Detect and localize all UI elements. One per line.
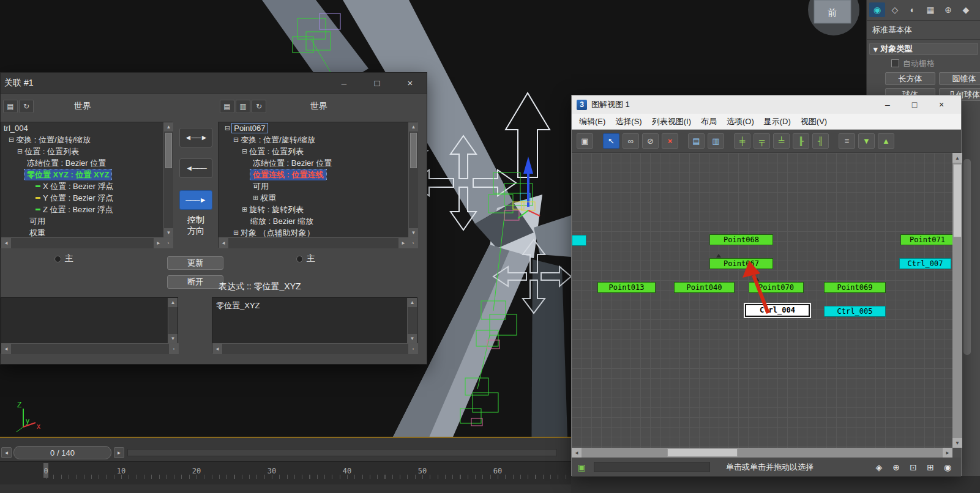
left-wire-button[interactable]: ◄─── xyxy=(179,158,212,178)
refresh-icon[interactable]: ↻ xyxy=(19,100,34,113)
lights-category-icon[interactable]: ◐ xyxy=(905,2,921,17)
panel-scrollbar[interactable] xyxy=(963,159,971,355)
track-item[interactable]: X 位置 : Bezier 浮点 xyxy=(1,180,163,192)
align-left-icon[interactable]: ╪ xyxy=(734,133,750,149)
collapse-icon[interactable]: ⊟ xyxy=(9,136,14,144)
scroll-down-icon[interactable]: ▼ xyxy=(164,228,173,237)
collapse-icon[interactable]: ⊟ xyxy=(17,147,23,155)
left-expression-box[interactable]: ▲ ▼ ◄ › xyxy=(1,297,178,354)
zoom-selected-icon[interactable]: ◉ xyxy=(940,461,955,474)
refresh-icon[interactable]: ↻ xyxy=(252,100,266,113)
scroll-up-icon[interactable]: ▲ xyxy=(409,122,418,132)
align-horizontal-icon[interactable]: ╢ xyxy=(812,133,829,149)
schematic-node[interactable]: Point068 xyxy=(709,234,773,245)
close-button[interactable]: × xyxy=(394,73,427,94)
menu-list-views[interactable]: 列表视图(I) xyxy=(652,116,691,127)
scroll-left-icon[interactable]: ◄ xyxy=(1,238,11,248)
expand-icon[interactable]: ⊞ xyxy=(242,206,247,213)
schematic-node[interactable]: Point069 xyxy=(824,282,886,293)
align-top-icon[interactable]: ╤ xyxy=(754,133,770,149)
left-track-tree-view[interactable]: trl_004 ⊟变换 : 位置/旋转/缩放 ⊟位置 : 位置列表 冻结位置 :… xyxy=(1,122,163,237)
collapse-icon[interactable]: ⊟ xyxy=(233,136,239,144)
time-slider[interactable]: 0 / 140 xyxy=(13,446,111,459)
expand-icon[interactable]: ⊞ xyxy=(233,229,239,237)
expand-corner-icon[interactable]: › xyxy=(169,344,179,354)
expand-corner-icon[interactable]: › xyxy=(408,238,418,248)
track-item[interactable]: ⊟位置 : 位置列表 xyxy=(1,146,163,157)
bookmark-icon[interactable]: ▣ xyxy=(574,461,589,474)
helpers-category-icon[interactable]: ⊕ xyxy=(940,2,956,17)
track-item[interactable]: ⊞权重 xyxy=(219,192,408,204)
geometry-category-icon[interactable]: ◉ xyxy=(869,2,885,17)
hierarchy-mode-icon[interactable]: ▤ xyxy=(688,133,705,149)
scroll-up-icon[interactable]: ▲ xyxy=(164,122,173,132)
track-item[interactable]: ⊞旋转 : 旋转列表 xyxy=(219,204,408,215)
scroll-left-icon[interactable]: ◄ xyxy=(1,344,11,354)
track-item[interactable]: 冻结位置 : Bezier 位置 xyxy=(219,157,408,169)
track-item[interactable]: ⊟变换 : 位置/旋转/缩放 xyxy=(219,134,408,146)
scroll-left-icon[interactable]: ◄ xyxy=(219,238,228,248)
radio-icon[interactable] xyxy=(296,256,303,262)
dialog-titlebar[interactable]: 关联 #1 – □ × xyxy=(1,73,427,94)
expand-corner-icon[interactable]: › xyxy=(408,344,418,354)
disconnect-button[interactable]: 断开 xyxy=(167,275,223,289)
right-master-radio[interactable]: 主 xyxy=(296,253,315,264)
expand-corner-icon[interactable]: › xyxy=(163,238,173,248)
select-tool-icon[interactable]: ↖ xyxy=(603,133,619,149)
vertical-scrollbar[interactable]: ▲ ▼ xyxy=(407,298,417,343)
track-item[interactable]: ⊟变换 : 位置/旋转/缩放 xyxy=(1,134,163,146)
scroll-right-icon[interactable]: ► xyxy=(398,238,408,248)
scroll-up-icon[interactable]: ▲ xyxy=(952,153,962,163)
menu-select[interactable]: 选择(S) xyxy=(615,116,641,127)
two-way-wire-button[interactable]: ◄──► xyxy=(179,128,212,147)
schematic-node-selected[interactable]: Ctrl_004 xyxy=(745,304,810,317)
right-wire-button[interactable]: ───► xyxy=(179,190,212,210)
track-item[interactable]: 缩放 : Bezier 缩放 xyxy=(219,215,408,227)
autogrid-checkbox-row[interactable]: 自动栅格 xyxy=(891,58,935,69)
scroll-left-icon[interactable]: ◄ xyxy=(212,344,222,354)
collapse-icon[interactable]: ⊟ xyxy=(242,147,247,155)
right-track-tree-view[interactable]: ⊟Point067 ⊟变换 : 位置/旋转/缩放 ⊟位置 : 位置列表 冻结位置… xyxy=(219,122,408,237)
schematic-node[interactable]: Ctrl_007 xyxy=(899,258,951,269)
horizontal-scrollbar[interactable]: ◄ ► › xyxy=(219,237,418,248)
maximize-button[interactable]: □ xyxy=(361,73,394,94)
update-button[interactable]: 更新 xyxy=(167,256,223,270)
vertical-scrollbar[interactable]: ▲ ▼ xyxy=(168,298,178,343)
horizontal-scrollbar[interactable]: ◄ ► › xyxy=(1,237,173,248)
scroll-down-icon[interactable]: ▼ xyxy=(168,334,178,343)
track-item[interactable]: trl_004 xyxy=(1,122,163,134)
time-slider-track[interactable] xyxy=(127,449,557,456)
status-field[interactable] xyxy=(594,462,710,472)
track-item[interactable]: 可用 xyxy=(1,215,163,227)
track-bar-ruler[interactable]: 0 10 20 30 40 50 60 ≈ xyxy=(0,461,571,484)
menu-edit[interactable]: 编辑(E) xyxy=(579,116,605,127)
schematic-canvas[interactable]: Point068 Point067 Point071 Ctrl_007 Poin… xyxy=(572,153,952,448)
next-frame-icon[interactable]: ► xyxy=(114,447,124,458)
schematic-node[interactable] xyxy=(572,235,586,246)
expand-icon[interactable]: ⊞ xyxy=(253,194,258,202)
primitive-category-dropdown[interactable]: 标准基本体 xyxy=(872,24,976,35)
box-button[interactable]: 长方体 xyxy=(885,72,935,85)
menu-display[interactable]: 显示(D) xyxy=(764,116,791,127)
cone-button[interactable]: 圆锥体 xyxy=(939,72,980,85)
right-expression-box[interactable]: 零位置_XYZ ▲ ▼ ◄ › xyxy=(212,297,417,354)
schematic-node[interactable]: Point070 xyxy=(749,282,804,293)
vertical-scrollbar[interactable]: ▲ ▼ xyxy=(163,122,173,237)
vertical-scrollbar[interactable]: ▲ ▼ xyxy=(408,122,418,237)
scroll-left-icon[interactable]: ◄ xyxy=(572,448,582,458)
free-all-icon[interactable]: ▲ xyxy=(878,133,894,149)
connect-icon[interactable]: ∞ xyxy=(623,133,639,149)
minimize-button[interactable]: – xyxy=(327,73,361,94)
track-item[interactable]: ⊞对象 （点辅助对象） xyxy=(219,227,408,237)
track-item[interactable]: Y 位置 : Bezier 浮点 xyxy=(1,192,163,204)
scroll-up-icon[interactable]: ▲ xyxy=(168,298,178,307)
reference-mode-icon[interactable]: ▥ xyxy=(708,133,724,149)
schematic-titlebar[interactable]: 3 图解视图 1 – □ × xyxy=(572,95,961,114)
arrange-children-icon[interactable]: ≡ xyxy=(839,133,855,149)
track-tree-icon[interactable]: ▤ xyxy=(3,100,18,113)
menu-options[interactable]: 选项(O) xyxy=(727,116,754,127)
collapse-icon[interactable]: ⊟ xyxy=(225,124,230,132)
menu-view[interactable]: 视图(V) xyxy=(801,116,827,127)
schematic-node[interactable]: Point071 xyxy=(900,234,952,245)
horizontal-scrollbar[interactable]: ◄ › xyxy=(212,343,418,354)
